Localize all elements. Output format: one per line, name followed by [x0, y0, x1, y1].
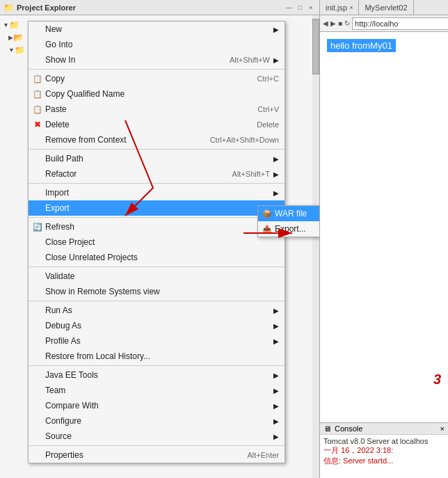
tree-folder-3: 📁 — [15, 45, 25, 55]
menu-item-source[interactable]: Source ▶ — [29, 429, 285, 444]
panel-header: 📁 Project Explorer — □ × — [0, 0, 319, 15]
arrow-build-path: ▶ — [273, 155, 279, 163]
menu-item-export[interactable]: Export ▶ — [29, 200, 285, 216]
export-icon: 📤 — [262, 223, 273, 234]
refresh-icon: 🔄 — [32, 221, 43, 232]
arrow-compare-with: ▶ — [273, 402, 279, 410]
export-submenu: 📦 WAR file 📤 Export... — [257, 205, 320, 237]
divider-6 — [29, 301, 285, 301]
divider-1 — [29, 69, 285, 70]
address-bar[interactable] — [352, 17, 448, 30]
arrow-team: ▶ — [273, 387, 279, 395]
arrow-java-ee: ▶ — [273, 372, 279, 379]
menu-item-remove-context[interactable]: Remove from Context Ctrl+Alt+Shift+Down — [29, 132, 285, 148]
minimize-icon[interactable]: — — [284, 3, 294, 13]
menu-item-validate[interactable]: Validate — [29, 269, 285, 284]
menu-item-restore-history[interactable]: Restore from Local History... — [29, 349, 285, 364]
submenu-item-export[interactable]: 📤 Export... — [258, 221, 320, 237]
console-header: 🖥 Console × — [320, 423, 448, 435]
left-panel: 📁 Project Explorer — □ × ▼ 📁 ▶ 📂 — [0, 0, 320, 478]
submenu-item-war-file[interactable]: 📦 WAR file — [258, 206, 320, 221]
arrow-refactor: ▶ — [273, 170, 279, 178]
console-line-3: 信息: Server startd... — [323, 456, 445, 466]
menu-item-profile-as[interactable]: Profile As ▶ — [29, 333, 285, 349]
arrow-run-as: ▶ — [273, 307, 279, 314]
tab-init-close[interactable]: × — [349, 4, 353, 11]
console-line-2: 一月 16，2022 3:18: — [323, 445, 445, 456]
scrollbar[interactable] — [312, 15, 319, 478]
console-panel: 🖥 Console × Tomcat v8.0 Server at localh… — [320, 422, 448, 478]
tree-expand-2: ▶ — [8, 34, 13, 41]
panel-title: Project Explorer — [17, 3, 284, 12]
menu-item-copy[interactable]: 📋 Copy Ctrl+C — [29, 71, 285, 86]
arrow-new: ▶ — [273, 26, 279, 33]
hello-text: hello fromMy01 — [327, 39, 396, 52]
menu-item-new[interactable]: New ▶ — [29, 22, 285, 37]
war-icon: 📦 — [262, 208, 273, 219]
menu-item-go-into[interactable]: Go Into — [29, 37, 285, 52]
arrow-profile-as: ▶ — [273, 337, 279, 345]
delete-icon: ✖ — [32, 119, 43, 130]
arrow-show-in: ▶ — [273, 56, 279, 64]
menu-item-close-unrelated[interactable]: Close Unrelated Projects — [29, 250, 285, 265]
console-close-icon[interactable]: × — [440, 424, 445, 433]
main-container: 📁 Project Explorer — □ × ▼ 📁 ▶ 📂 — [0, 0, 448, 478]
menu-item-compare-with[interactable]: Compare With ▶ — [29, 398, 285, 413]
menu-item-configure[interactable]: Configure ▶ — [29, 413, 285, 429]
console-icon: 🖥 — [323, 424, 331, 433]
menu-item-build-path[interactable]: Build Path ▶ — [29, 151, 285, 166]
scrollbar-thumb[interactable] — [312, 19, 319, 74]
tree-items: ▼ 📁 ▶ 📂 ▼ 📁 — [3, 19, 28, 56]
divider-3 — [29, 183, 285, 184]
reload-button[interactable]: ↻ — [344, 18, 350, 29]
browser-tabs: init.jsp × MyServlet02 — [320, 0, 448, 15]
divider-8 — [29, 445, 285, 446]
menu-item-show-remote[interactable]: Show in Remote Systems view — [29, 284, 285, 299]
stop-button[interactable]: ■ — [338, 18, 342, 29]
arrow-debug-as: ▶ — [273, 322, 279, 330]
menu-item-properties[interactable]: Properties Alt+Enter — [29, 447, 285, 463]
browser-content: hello fromMy01 — [320, 32, 448, 422]
tab-init-jsp-label: init.jsp — [326, 3, 347, 12]
tree-folder-1: 📁 — [9, 20, 19, 30]
menu-item-run-as[interactable]: Run As ▶ — [29, 303, 285, 318]
menu-item-show-in[interactable]: Show In Alt+Shift+W ▶ — [29, 52, 285, 67]
copy-qualified-icon: 📋 — [32, 88, 43, 99]
console-content: Tomcat v8.0 Server at localhos 一月 16，202… — [320, 435, 448, 468]
tree-item-1: ▼ 📁 — [3, 19, 28, 31]
close-icon[interactable]: × — [306, 3, 316, 13]
explorer-icon: 📁 — [3, 3, 14, 13]
tree-item-3: ▼ 📁 — [3, 44, 28, 56]
divider-7 — [29, 365, 285, 366]
menu-item-paste[interactable]: 📋 Paste Ctrl+V — [29, 102, 285, 117]
menu-item-debug-as[interactable]: Debug As ▶ — [29, 318, 285, 333]
menu-item-refresh[interactable]: 🔄 Refresh F5 — [29, 219, 285, 234]
back-button[interactable]: ◀ — [323, 18, 328, 29]
arrow-import: ▶ — [273, 189, 279, 197]
tab-myservlet[interactable]: MyServlet02 — [359, 0, 413, 15]
annotation-3: 3 — [433, 372, 441, 388]
right-panel: init.jsp × MyServlet02 ◀ ▶ ■ ↻ hello fro… — [320, 0, 448, 478]
menu-item-team[interactable]: Team ▶ — [29, 383, 285, 398]
paste-icon: 📋 — [32, 104, 43, 115]
console-title: Console — [335, 424, 362, 433]
context-menu: New ▶ Go Into Show In Alt+Shift+W ▶ 📋 Co… — [28, 21, 285, 463]
menu-item-copy-qualified[interactable]: 📋 Copy Qualified Name — [29, 86, 285, 102]
forward-button[interactable]: ▶ — [330, 18, 336, 29]
panel-header-icons: — □ × — [284, 3, 316, 13]
menu-item-import[interactable]: Import ▶ — [29, 185, 285, 200]
console-line-1: Tomcat v8.0 Server at localhos — [323, 437, 445, 445]
menu-item-refactor[interactable]: Refactor Alt+Shift+T ▶ — [29, 166, 285, 182]
menu-item-close-project[interactable]: Close Project — [29, 234, 285, 250]
menu-item-java-ee-tools[interactable]: Java EE Tools ▶ — [29, 367, 285, 383]
tree-expand-1: ▼ — [3, 22, 9, 29]
menu-item-delete[interactable]: ✖ Delete Delete — [29, 117, 285, 132]
copy-icon: 📋 — [32, 73, 43, 84]
tab-init-jsp[interactable]: init.jsp × — [320, 0, 359, 15]
tree-background: ▼ 📁 ▶ 📂 ▼ 📁 — [0, 15, 28, 408]
tree-folder-2: 📂 — [13, 33, 24, 42]
maximize-icon[interactable]: □ — [295, 3, 305, 13]
browser-toolbar: ◀ ▶ ■ ↻ — [320, 15, 448, 32]
divider-4 — [29, 217, 285, 218]
divider-5 — [29, 266, 285, 267]
